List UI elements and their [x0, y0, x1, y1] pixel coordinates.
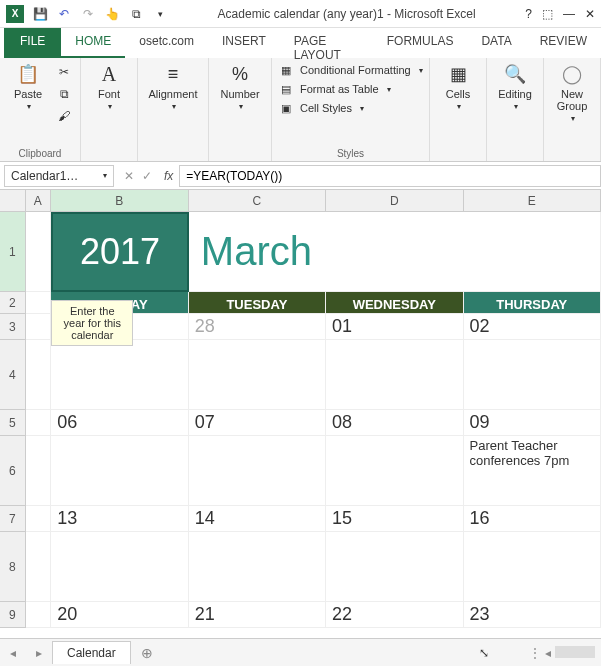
- row-header-3[interactable]: 3: [0, 314, 26, 340]
- group-editing: 🔍 Editing ▾: [487, 58, 544, 161]
- sheet-tab-calendar[interactable]: Calendar: [52, 641, 131, 664]
- row-header-2[interactable]: 2: [0, 292, 26, 314]
- dayhead-tue[interactable]: TUESDAY: [189, 292, 326, 314]
- help-icon[interactable]: ?: [525, 7, 532, 21]
- tab-formulas[interactable]: FORMULAS: [373, 28, 468, 58]
- accept-formula-icon[interactable]: ✓: [142, 169, 152, 183]
- cursor-icon: ⤡: [479, 646, 529, 660]
- chevron-down-icon: ▾: [108, 102, 112, 111]
- tab-home[interactable]: HOME: [61, 28, 125, 58]
- cell-e6-event[interactable]: Parent Teacher conferences 7pm: [464, 436, 601, 506]
- redo-icon[interactable]: ↷: [80, 6, 96, 22]
- dayhead-thu[interactable]: THURSDAY: [464, 292, 601, 314]
- cell-a2[interactable]: [26, 292, 52, 314]
- chevron-down-icon: ▾: [571, 114, 575, 123]
- editing-button[interactable]: 🔍 Editing ▾: [493, 62, 537, 111]
- cell-c5[interactable]: 07: [189, 410, 326, 436]
- alignment-button[interactable]: ≡ Alignment ▾: [144, 62, 202, 111]
- tab-file[interactable]: FILE: [4, 28, 61, 58]
- dayhead-wed[interactable]: WEDNESDAY: [326, 292, 463, 314]
- tab-nav-next-icon[interactable]: ▸: [26, 646, 52, 660]
- close-icon[interactable]: ✕: [585, 7, 595, 21]
- tab-nav-prev-icon[interactable]: ◂: [0, 646, 26, 660]
- tab-data[interactable]: DATA: [467, 28, 525, 58]
- cell-e5[interactable]: 09: [464, 410, 601, 436]
- font-button[interactable]: A Font ▾: [87, 62, 131, 111]
- copy-icon[interactable]: ⧉: [128, 6, 144, 22]
- cell-c9[interactable]: 21: [189, 602, 326, 628]
- alignment-icon: ≡: [161, 62, 185, 86]
- select-all-corner[interactable]: [0, 190, 26, 211]
- row-header-1[interactable]: 1: [0, 212, 26, 292]
- column-headers: A B C D E: [0, 190, 601, 212]
- cell-d3[interactable]: 01: [326, 314, 463, 340]
- format-painter-icon[interactable]: 🖌: [54, 106, 74, 126]
- scrollbar-thumb[interactable]: [555, 646, 595, 658]
- scroll-divider-icon[interactable]: ⋮: [529, 646, 541, 660]
- formula-input[interactable]: [179, 165, 601, 187]
- cell-styles-label: Cell Styles: [300, 102, 352, 114]
- tab-review[interactable]: REVIEW: [526, 28, 601, 58]
- cell-a1[interactable]: [26, 212, 52, 292]
- ribbon-tabs: FILE HOME osetc.com INSERT PAGE LAYOUT F…: [0, 28, 601, 58]
- cell-b1-year[interactable]: 2017 Enter the year for this calendar: [51, 212, 189, 292]
- cell-d9[interactable]: 22: [326, 602, 463, 628]
- cell-e7[interactable]: 16: [464, 506, 601, 532]
- col-header-a[interactable]: A: [26, 190, 52, 211]
- cells-button[interactable]: ▦ Cells ▾: [436, 62, 480, 111]
- cell-styles-button[interactable]: ▣ Cell Styles ▾: [278, 100, 423, 116]
- chevron-down-icon: ▾: [27, 102, 31, 111]
- undo-icon[interactable]: ↶: [56, 6, 72, 22]
- cell-d5[interactable]: 08: [326, 410, 463, 436]
- cell-c7[interactable]: 14: [189, 506, 326, 532]
- cancel-formula-icon[interactable]: ✕: [124, 169, 134, 183]
- conditional-formatting-icon: ▦: [278, 62, 294, 78]
- tab-insert[interactable]: INSERT: [208, 28, 280, 58]
- format-as-table-button[interactable]: ▤ Format as Table ▾: [278, 81, 423, 97]
- cell-e9[interactable]: 23: [464, 602, 601, 628]
- spreadsheet: A B C D E 1 2017 Enter the year for this…: [0, 190, 601, 628]
- row-header-4[interactable]: 4: [0, 340, 26, 410]
- row-header-6[interactable]: 6: [0, 436, 26, 506]
- tab-page-layout[interactable]: PAGE LAYOUT: [280, 28, 373, 58]
- cell-b5[interactable]: 06: [51, 410, 188, 436]
- minimize-icon[interactable]: —: [563, 7, 575, 21]
- number-label: Number: [220, 88, 259, 100]
- new-group-button[interactable]: ◯ New Group ▾: [550, 62, 594, 123]
- row-header-5[interactable]: 5: [0, 410, 26, 436]
- cell-c3[interactable]: 28: [189, 314, 326, 340]
- conditional-formatting-button[interactable]: ▦ Conditional Formatting ▾: [278, 62, 423, 78]
- new-group-label: New Group: [557, 88, 588, 112]
- cell-a3[interactable]: [26, 314, 52, 340]
- tab-osetc[interactable]: osetc.com: [125, 28, 208, 58]
- col-header-c[interactable]: C: [189, 190, 326, 211]
- cell-d7[interactable]: 15: [326, 506, 463, 532]
- sheet-tab-bar: ◂ ▸ Calendar ⊕ ⤡ ⋮ ◂: [0, 638, 601, 666]
- add-sheet-icon[interactable]: ⊕: [131, 645, 163, 661]
- save-icon[interactable]: 💾: [32, 6, 48, 22]
- name-box[interactable]: Calendar1… ▾: [4, 165, 114, 187]
- touch-mode-icon[interactable]: 👆: [104, 6, 120, 22]
- group-alignment: ≡ Alignment ▾: [138, 58, 209, 161]
- row-header-7[interactable]: 7: [0, 506, 26, 532]
- cell-month[interactable]: March: [189, 212, 601, 292]
- col-header-b[interactable]: B: [51, 190, 188, 211]
- scroll-left-icon[interactable]: ◂: [545, 646, 551, 660]
- cut-icon[interactable]: ✂: [54, 62, 74, 82]
- cond-fmt-label: Conditional Formatting: [300, 64, 411, 76]
- copy-icon[interactable]: ⧉: [54, 84, 74, 104]
- cell-b9[interactable]: 20: [51, 602, 188, 628]
- number-button[interactable]: % Number ▾: [215, 62, 265, 111]
- col-header-d[interactable]: D: [326, 190, 463, 211]
- ribbon-options-icon[interactable]: ⬚: [542, 7, 553, 21]
- qat-dropdown-icon[interactable]: ▾: [152, 6, 168, 22]
- row-header-9[interactable]: 9: [0, 602, 26, 628]
- row-header-8[interactable]: 8: [0, 532, 26, 602]
- cell-e3[interactable]: 02: [464, 314, 601, 340]
- chevron-down-icon: ▾: [457, 102, 461, 111]
- fx-icon[interactable]: fx: [158, 169, 179, 183]
- cell-b7[interactable]: 13: [51, 506, 188, 532]
- group-font: A Font ▾: [81, 58, 138, 161]
- col-header-e[interactable]: E: [464, 190, 601, 211]
- paste-button[interactable]: 📋 Paste ▾: [6, 62, 50, 111]
